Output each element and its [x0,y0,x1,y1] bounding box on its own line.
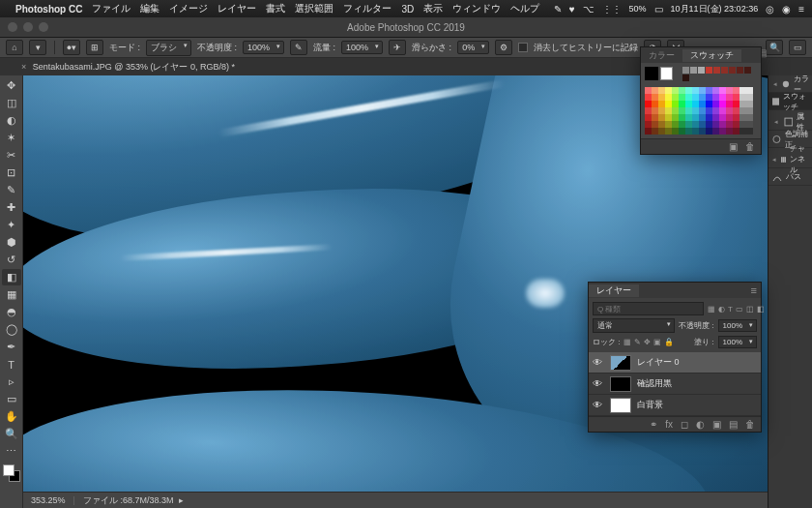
swatch[interactable] [726,94,733,101]
eyedropper-tool[interactable]: ✎ [2,182,21,198]
swatch[interactable] [665,128,672,134]
battery-icon[interactable]: ▭ [654,4,663,15]
swatch[interactable] [719,114,726,121]
close-tab-icon[interactable]: × [21,62,26,72]
swatch[interactable] [719,94,726,101]
swatch[interactable] [645,87,652,94]
swatch[interactable] [706,67,712,74]
delete-layer-button[interactable]: 🗑 [745,419,755,430]
menu-3d[interactable]: 3D [401,4,414,15]
swatch[interactable] [699,121,706,128]
menu-type[interactable]: 書式 [266,2,285,15]
filter-type-icon[interactable]: T [728,305,733,314]
swatch[interactable] [740,94,746,101]
menu-edit[interactable]: 編集 [140,2,160,15]
swatch[interactable] [733,87,740,94]
swatch[interactable] [733,114,740,121]
swatch[interactable] [679,101,685,107]
visibility-toggle[interactable]: 👁 [593,357,604,368]
swatch[interactable] [672,121,679,128]
zoom-level[interactable]: 353.25% [31,495,66,505]
visibility-toggle[interactable]: 👁 [593,378,604,389]
swatch[interactable] [645,121,652,128]
swatch[interactable] [746,87,753,94]
swatch[interactable] [746,101,753,107]
swatch[interactable] [713,67,720,74]
swatch[interactable] [726,101,733,107]
bluetooth-icon[interactable]: ⌥ [583,4,594,15]
blend-mode-dropdown[interactable]: 通常 [593,318,675,333]
file-info-arrow-icon[interactable]: ▸ [179,495,184,505]
delete-swatch-button[interactable]: 🗑 [745,141,755,152]
swatch[interactable] [692,121,699,128]
layers-panel-menu[interactable]: ≡ [751,284,757,296]
menu-help[interactable]: ヘルプ [510,2,539,15]
airbrush-button[interactable]: ✈ [389,40,406,55]
primary-swatch-black[interactable] [645,67,658,80]
layer-style-button[interactable]: fx [665,419,673,430]
swatch[interactable] [690,67,697,74]
workspace-button[interactable]: ▭ [789,40,806,55]
shape-tool[interactable]: ▭ [2,391,21,407]
swatch[interactable] [706,114,712,121]
layers-tab[interactable]: レイヤー [589,284,639,297]
swatch[interactable] [652,121,658,128]
primary-swatch-white[interactable] [660,67,674,80]
swatch[interactable] [692,114,699,121]
filter-toggle[interactable]: ◧ [757,305,765,314]
swatch[interactable] [685,121,692,128]
wifi-icon[interactable]: ⋮⋮ [602,4,622,15]
swatch[interactable] [672,107,679,114]
swatch[interactable] [665,121,672,128]
swatch[interactable] [665,87,672,94]
swatch[interactable] [699,101,706,107]
swatch[interactable] [733,107,740,114]
swatch[interactable] [706,107,712,114]
swatch[interactable] [726,87,733,94]
swatch[interactable] [685,87,692,94]
swatch[interactable] [652,128,658,134]
swatch[interactable] [706,87,712,94]
visibility-toggle[interactable]: 👁 [593,400,604,410]
dodge-tool[interactable]: ◯ [2,321,21,338]
swatch[interactable] [652,101,658,107]
swatch[interactable] [740,121,746,128]
swatch[interactable] [726,121,733,128]
swatch[interactable] [652,94,658,101]
swatch[interactable] [706,121,712,128]
home-button[interactable]: ⌂ [6,40,23,55]
lasso-tool[interactable]: ◐ [2,112,21,129]
minimize-window-button[interactable] [23,22,33,32]
layer-thumbnail[interactable] [610,376,631,392]
swatch[interactable] [665,107,672,114]
swatch[interactable] [685,107,692,114]
zoom-tool[interactable]: 🔍 [2,426,21,442]
swatch[interactable] [740,87,746,94]
menu-window[interactable]: ウィンドウ [452,2,501,15]
history-brush-tool[interactable]: ↺ [2,252,21,268]
swatch[interactable] [682,75,689,81]
swatch[interactable] [744,67,751,74]
opacity-input[interactable]: 100% [243,41,284,54]
swatch[interactable] [706,94,712,101]
stamp-tool[interactable]: ⬢ [2,234,21,251]
quick-select-tool[interactable]: ✶ [2,130,21,146]
spotlight-icon[interactable]: ◎ [766,4,774,15]
color-tab[interactable]: カラー [641,49,682,62]
siri-icon[interactable]: ◉ [782,4,791,15]
swatch[interactable] [712,114,719,121]
swatch[interactable] [740,114,746,121]
link-layers-button[interactable]: ⚭ [650,419,657,430]
edit-toolbar-button[interactable]: ⋯ [2,443,21,460]
swatch[interactable] [699,94,706,101]
swatch[interactable] [692,87,699,94]
swatch[interactable] [737,67,743,74]
dock-paths[interactable]: パス [768,168,812,186]
swatch[interactable] [672,94,679,101]
swatch[interactable] [679,128,685,134]
swatch[interactable] [652,87,658,94]
swatch[interactable] [658,128,665,134]
app-name[interactable]: Photoshop CC [15,4,82,15]
layer-opacity-input[interactable]: 100% [718,319,757,332]
swatch[interactable] [699,114,706,121]
